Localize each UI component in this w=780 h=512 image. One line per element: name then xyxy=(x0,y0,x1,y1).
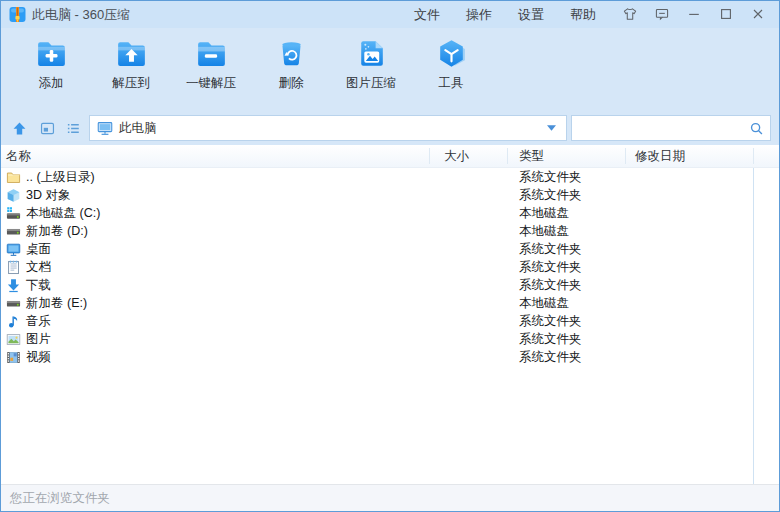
skin-button[interactable] xyxy=(619,3,641,25)
column-header-size[interactable]: 大小 xyxy=(444,145,469,167)
file-name: 3D 对象 xyxy=(26,187,70,204)
file-row[interactable]: 音乐 系统文件夹 xyxy=(1,312,779,330)
minimize-icon xyxy=(686,6,702,22)
delete-button[interactable]: 删除 xyxy=(251,35,331,92)
file-row[interactable]: .. (上级目录) 系统文件夹 xyxy=(1,168,779,186)
file-name-cell: .. (上级目录) xyxy=(1,169,444,186)
image-compress-button[interactable]: 图片压缩 xyxy=(331,35,411,92)
list-mode-button[interactable] xyxy=(63,117,83,139)
menu-operation[interactable]: 操作 xyxy=(466,7,492,22)
up-button[interactable] xyxy=(9,117,29,139)
feedback-button[interactable] xyxy=(651,3,673,25)
minimize-button[interactable] xyxy=(683,3,705,25)
file-name: 新加卷 (D:) xyxy=(26,223,88,240)
file-row[interactable]: 桌面 系统文件夹 xyxy=(1,240,779,258)
add-button[interactable]: 添加 xyxy=(11,35,91,92)
column-header-name[interactable]: 名称 xyxy=(6,145,31,167)
one-click-extract-button[interactable]: 一键解压 xyxy=(171,35,251,92)
image-compress-icon xyxy=(353,35,390,72)
column-separator[interactable] xyxy=(625,148,626,164)
file-type: 系统文件夹 xyxy=(517,313,633,330)
toolbar: 添加 解压到 一键解压 删除 图片压缩 工具 xyxy=(1,28,779,111)
file-name: 新加卷 (E:) xyxy=(26,295,87,312)
file-type: 系统文件夹 xyxy=(517,349,633,366)
address-dropdown-button[interactable] xyxy=(540,116,562,140)
file-row[interactable]: 3D 对象 系统文件夹 xyxy=(1,186,779,204)
file-name-cell: 新加卷 (E:) xyxy=(1,295,444,312)
column-separator[interactable] xyxy=(507,148,508,164)
file-type: 系统文件夹 xyxy=(517,169,633,186)
videos-icon xyxy=(6,350,21,365)
title-bar: 此电脑 - 360压缩 文件操作设置帮助 xyxy=(1,1,779,28)
column-header-date[interactable]: 修改日期 xyxy=(635,145,685,167)
address-field[interactable]: 此电脑 xyxy=(89,115,567,141)
file-name: 图片 xyxy=(26,331,51,348)
desktop-icon xyxy=(6,242,21,257)
status-text: 您正在浏览文件夹 xyxy=(10,490,110,507)
search-box[interactable] xyxy=(571,115,771,141)
menu-settings[interactable]: 设置 xyxy=(518,7,544,22)
view-mode-button[interactable] xyxy=(37,117,57,139)
music-icon xyxy=(6,314,21,329)
menu-help[interactable]: 帮助 xyxy=(570,7,596,22)
close-button[interactable] xyxy=(747,3,769,25)
tools-button[interactable]: 工具 xyxy=(411,35,491,92)
file-type: 系统文件夹 xyxy=(517,187,633,204)
file-name-cell: 图片 xyxy=(1,331,444,348)
drive-icon xyxy=(6,296,21,311)
file-type: 本地磁盘 xyxy=(517,295,633,312)
tools-icon xyxy=(433,35,470,72)
folder-add-icon xyxy=(33,35,70,72)
close-icon xyxy=(750,6,766,22)
file-row[interactable]: 本地磁盘 (C:) 本地磁盘 xyxy=(1,204,779,222)
feedback-icon xyxy=(654,6,670,22)
list-header: 名称 大小 类型 修改日期 xyxy=(1,145,779,168)
address-path: 此电脑 xyxy=(119,120,540,137)
search-input[interactable] xyxy=(578,120,749,136)
file-name: 音乐 xyxy=(26,313,51,330)
file-type: 系统文件夹 xyxy=(517,241,633,258)
window-title: 此电脑 - 360压缩 xyxy=(32,6,130,24)
file-name-cell: 文档 xyxy=(1,259,444,276)
system-drive-icon xyxy=(6,206,21,221)
column-separator[interactable] xyxy=(753,148,754,164)
file-name: 本地磁盘 (C:) xyxy=(26,205,100,222)
toolbar-button-label: 工具 xyxy=(439,75,464,92)
file-name-cell: 视频 xyxy=(1,349,444,366)
file-name-cell: 桌面 xyxy=(1,241,444,258)
file-name: 桌面 xyxy=(26,241,51,258)
file-name-cell: 本地磁盘 (C:) xyxy=(1,205,444,222)
list-icon xyxy=(65,120,82,137)
file-type: 本地磁盘 xyxy=(517,205,633,222)
file-name: 视频 xyxy=(26,349,51,366)
view-icon xyxy=(39,120,56,137)
toolbar-button-label: 解压到 xyxy=(112,75,150,92)
folder-extract-icon xyxy=(113,35,150,72)
extract-to-button[interactable]: 解压到 xyxy=(91,35,171,92)
file-row[interactable]: 下载 系统文件夹 xyxy=(1,276,779,294)
file-type: 系统文件夹 xyxy=(517,259,633,276)
file-name-cell: 新加卷 (D:) xyxy=(1,223,444,240)
file-name-cell: 音乐 xyxy=(1,313,444,330)
search-icon xyxy=(749,121,764,136)
downloads-icon xyxy=(6,278,21,293)
file-name: .. (上级目录) xyxy=(26,169,95,186)
file-type: 本地磁盘 xyxy=(517,223,633,240)
file-type: 系统文件夹 xyxy=(517,331,633,348)
column-header-type[interactable]: 类型 xyxy=(519,145,544,167)
file-name-cell: 3D 对象 xyxy=(1,187,444,204)
file-row[interactable]: 新加卷 (D:) 本地磁盘 xyxy=(1,222,779,240)
menu-file[interactable]: 文件 xyxy=(414,7,440,22)
file-row[interactable]: 图片 系统文件夹 xyxy=(1,330,779,348)
file-row[interactable]: 视频 系统文件夹 xyxy=(1,348,779,366)
column-separator[interactable] xyxy=(429,148,430,164)
toolbar-button-label: 一键解压 xyxy=(186,75,236,92)
up-arrow-icon xyxy=(11,120,28,137)
maximize-button[interactable] xyxy=(715,3,737,25)
file-type: 系统文件夹 xyxy=(517,277,633,294)
documents-icon xyxy=(6,260,21,275)
file-name: 下载 xyxy=(26,277,51,294)
file-row[interactable]: 新加卷 (E:) 本地磁盘 xyxy=(1,294,779,312)
file-row[interactable]: 文档 系统文件夹 xyxy=(1,258,779,276)
toolbar-button-label: 删除 xyxy=(279,75,304,92)
